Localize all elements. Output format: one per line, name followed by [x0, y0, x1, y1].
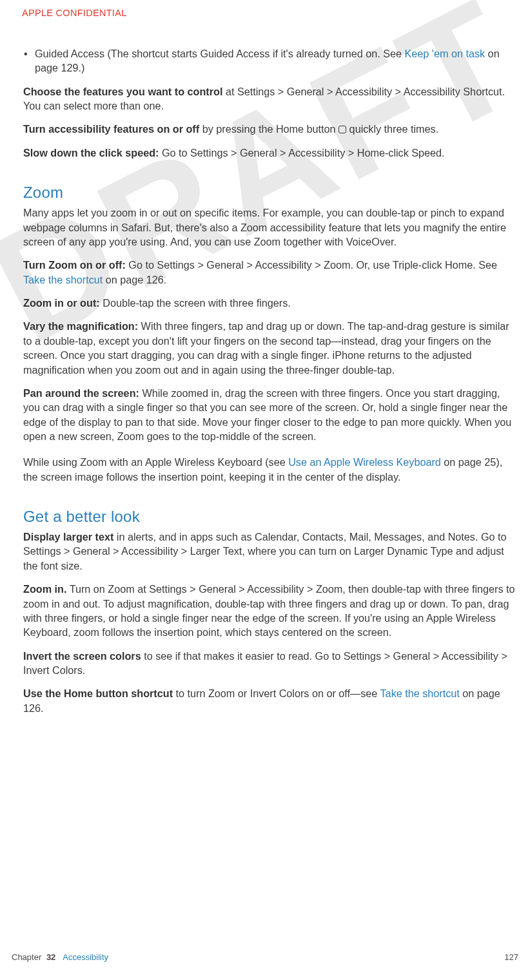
- home-button-icon: [339, 126, 346, 133]
- body-text: Go to Settings > General > Accessibility…: [159, 147, 444, 159]
- body-text: Guided Access (The shortcut starts Guide…: [35, 48, 405, 59]
- page: DRAFT APPLE CONFIDENTIAL Guided Access (…: [0, 0, 530, 980]
- footer-chapter-label: Chapter: [12, 952, 41, 962]
- bullet-list: Guided Access (The shortcut starts Guide…: [23, 46, 520, 75]
- footer-chapter-title: Accessibility: [63, 952, 108, 962]
- bold-label: Choose the features you want to control: [23, 86, 222, 97]
- paragraph: Vary the magnification: With three finge…: [23, 319, 520, 376]
- paragraph: Choose the features you want to control …: [23, 84, 520, 113]
- bold-label: Display larger text: [23, 531, 113, 543]
- bold-label: Zoom in.: [23, 583, 66, 595]
- body-text: by pressing the Home button: [199, 123, 339, 135]
- link-take-the-shortcut[interactable]: Take the shortcut: [23, 274, 103, 285]
- section-heading-zoom: Zoom: [23, 182, 520, 203]
- bold-label: Invert the screen colors: [23, 650, 141, 662]
- paragraph: Slow down the click speed: Go to Setting…: [23, 146, 520, 160]
- link-take-the-shortcut[interactable]: Take the shortcut: [380, 687, 460, 699]
- page-footer: Chapter 32 Accessibility 127: [12, 952, 518, 962]
- paragraph: Pan around the screen: While zoomed in, …: [23, 386, 520, 443]
- body-text: Go to Settings > General > Accessibility…: [126, 259, 497, 271]
- paragraph: Use the Home button shortcut to turn Zoo…: [23, 686, 520, 715]
- body-text: While using Zoom with an Apple Wireless …: [23, 456, 288, 468]
- confidential-header: APPLE CONFIDENTIAL: [22, 8, 530, 18]
- footer-page-number: 127: [504, 952, 518, 962]
- bold-label: Vary the magnification:: [23, 320, 138, 332]
- link-keep-em-on-task[interactable]: Keep 'em on task: [405, 48, 486, 59]
- paragraph: Zoom in or out: Double-tap the screen wi…: [23, 296, 520, 310]
- bold-label: Turn Zoom on or off:: [23, 259, 126, 271]
- list-item: Guided Access (The shortcut starts Guide…: [23, 46, 520, 75]
- paragraph: Invert the screen colors to see if that …: [23, 649, 520, 678]
- footer-chapter-number: 32: [46, 952, 55, 962]
- footer-chapter: Chapter 32 Accessibility: [12, 952, 108, 962]
- bold-label: Turn accessibility features on or off: [23, 123, 199, 135]
- paragraph: Display larger text in alerts, and in ap…: [23, 530, 520, 573]
- page-content: Guided Access (The shortcut starts Guide…: [23, 46, 520, 715]
- bold-label: Slow down the click speed:: [23, 147, 159, 159]
- paragraph: Many apps let you zoom in or out on spec…: [23, 206, 520, 249]
- body-text: Turn on Zoom at Settings > General > Acc…: [23, 583, 515, 638]
- bold-label: Pan around the screen:: [23, 387, 139, 399]
- body-text: Double-tap the screen with three fingers…: [100, 297, 291, 309]
- paragraph: Zoom in. Turn on Zoom at Settings > Gene…: [23, 582, 520, 639]
- body-text: quickly three times.: [346, 123, 438, 135]
- paragraph: Turn accessibility features on or off by…: [23, 122, 520, 136]
- paragraph: While using Zoom with an Apple Wireless …: [23, 455, 520, 484]
- paragraph: Turn Zoom on or off: Go to Settings > Ge…: [23, 258, 520, 287]
- body-text: to turn Zoom or Invert Colors on or off—…: [173, 687, 380, 699]
- bold-label: Use the Home button shortcut: [23, 687, 173, 699]
- bold-label: Zoom in or out:: [23, 297, 100, 309]
- section-heading-get-a-better-look: Get a better look: [23, 506, 520, 527]
- link-apple-wireless-keyboard[interactable]: Use an Apple Wireless Keyboard: [288, 456, 441, 468]
- body-text: on page 126.: [103, 274, 166, 285]
